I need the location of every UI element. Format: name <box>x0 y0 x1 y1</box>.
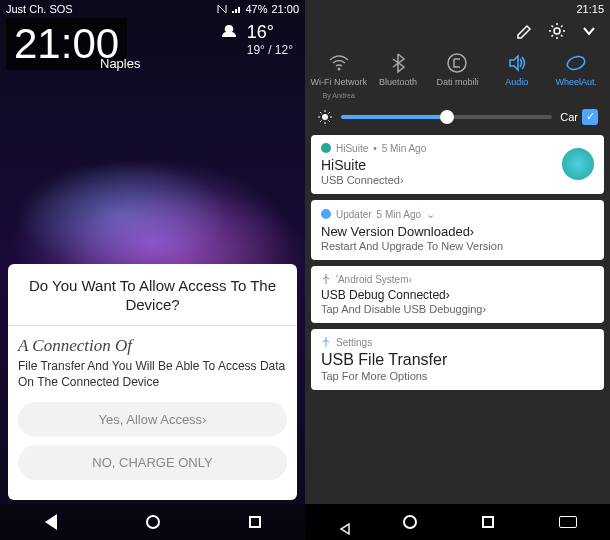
charge-only-button[interactable]: NO, CHARGE ONLY <box>18 445 287 480</box>
qs-wifi[interactable]: Wi-Fi Network By Andrea <box>310 52 368 99</box>
usb-icon <box>321 274 331 284</box>
notif-title: HiSuite <box>321 157 594 173</box>
svg-point-0 <box>554 28 560 34</box>
dialog-subtitle: A Connection Of <box>18 336 287 356</box>
nav-recent-button[interactable] <box>249 516 261 528</box>
dialog-title: Do You Want To Allow Access To The Devic… <box>18 276 287 315</box>
brightness-icon <box>317 109 333 125</box>
qs-data-label: Dati mobili <box>436 78 478 88</box>
brightness-thumb[interactable] <box>440 110 454 124</box>
data-icon <box>446 52 468 74</box>
weather-widget[interactable]: 16° 19° / 12° <box>217 22 293 57</box>
app-icon <box>321 143 331 153</box>
notif-title: New Version Downloaded› <box>321 224 594 239</box>
svg-point-3 <box>566 54 587 71</box>
audio-icon <box>506 52 528 74</box>
notif-time: 5 Min Ago <box>377 209 421 220</box>
qs-rotate[interactable]: WheelAut. <box>547 52 605 99</box>
status-bar-left: Just Ch. SOS 47% 21:00 <box>0 0 305 18</box>
bluetooth-icon <box>387 52 409 74</box>
divider <box>8 325 297 326</box>
qs-wifi-label: Wi-Fi Network <box>310 78 367 88</box>
qs-bluetooth-label: Bluetooth <box>379 78 417 88</box>
qs-bluetooth[interactable]: Bluetooth <box>369 52 427 99</box>
nfc-icon <box>217 4 227 14</box>
qs-audio[interactable]: Audio <box>488 52 546 99</box>
notification-hisuite[interactable]: HiSuite • 5 Min Ago HiSuite USB Connecte… <box>311 135 604 194</box>
nav-bar-left <box>0 504 305 540</box>
globe-icon <box>562 148 594 180</box>
svg-point-4 <box>322 114 328 120</box>
status-time: 21:00 <box>271 3 299 15</box>
temp-range: 19° / 12° <box>247 43 293 57</box>
svg-point-1 <box>337 68 340 71</box>
status-bar-right: 21:15 <box>305 0 610 18</box>
nav-back-button[interactable] <box>45 514 57 530</box>
wifi-icon <box>328 52 350 74</box>
right-phone-shade: 21:15 Wi-Fi Network By Andrea Bluetooth <box>305 0 610 540</box>
notif-time: 5 Min Ago <box>382 143 426 154</box>
qs-data[interactable]: Dati mobili <box>428 52 486 99</box>
status-time-right: 21:15 <box>576 3 604 15</box>
notif-title: USB Debug Connected› <box>321 288 594 302</box>
location-text: Naples <box>100 56 140 71</box>
notification-area: HiSuite • 5 Min Ago HiSuite USB Connecte… <box>305 131 610 394</box>
brightness-slider[interactable] <box>341 115 552 119</box>
left-phone-lockscreen: Just Ch. SOS 47% 21:00 21:00 Naples 16° … <box>0 0 305 540</box>
signal-icon <box>231 4 241 14</box>
rotate-icon <box>565 52 587 74</box>
notif-app: Updater <box>336 209 372 220</box>
notif-body: USB Connected› <box>321 174 594 186</box>
carrier-text: Just Ch. SOS <box>6 3 217 15</box>
shade-top-icons <box>305 18 610 44</box>
brightness-row: Car ✓ <box>305 103 610 131</box>
allow-access-button[interactable]: Yes, Allow Access› <box>18 402 287 437</box>
keyboard-icon[interactable] <box>559 516 577 528</box>
gear-icon[interactable] <box>548 22 566 40</box>
qs-rotate-label: WheelAut. <box>555 78 597 88</box>
notification-android-system[interactable]: 'Android System› USB Debug Connected› Ta… <box>311 266 604 323</box>
dialog-body: File Transfer And You Will Be Able To Ac… <box>18 358 287 390</box>
battery-pct: 47% <box>245 3 267 15</box>
svg-point-2 <box>448 54 466 72</box>
nav-recent-button[interactable] <box>482 516 494 528</box>
notif-app: HiSuite <box>336 143 368 154</box>
notif-title: USB File Transfer <box>321 351 594 369</box>
notif-app: 'Android System› <box>336 274 412 285</box>
qs-audio-label: Audio <box>505 78 528 88</box>
notification-updater[interactable]: Updater 5 Min Ago ⌄ New Version Download… <box>311 200 604 260</box>
nav-home-button[interactable] <box>403 515 417 529</box>
notif-body: Tap And Disable USB Debugging› <box>321 303 594 315</box>
edit-icon[interactable] <box>516 22 534 40</box>
usb-icon <box>321 337 331 347</box>
nav-bar-right <box>305 504 610 540</box>
car-checkbox[interactable]: ✓ <box>582 109 598 125</box>
chevron-down-icon[interactable] <box>580 22 598 40</box>
notif-app: Settings <box>336 337 372 348</box>
expand-chevron-icon[interactable]: ⌄ <box>426 208 435 221</box>
notif-body: Tap For More Options <box>321 370 594 382</box>
app-icon <box>321 209 331 219</box>
notif-body: Restart And Upgrade To New Version <box>321 240 594 252</box>
usb-access-dialog: Do You Want To Allow Access To The Devic… <box>8 264 297 500</box>
nav-home-button[interactable] <box>146 515 160 529</box>
car-toggle[interactable]: Car ✓ <box>560 109 598 125</box>
car-label: Car <box>560 111 578 123</box>
temp-main: 16° <box>247 22 293 43</box>
quick-settings-row: Wi-Fi Network By Andrea Bluetooth Dati m… <box>305 44 610 103</box>
notification-settings[interactable]: Settings USB File Transfer Tap For More … <box>311 329 604 390</box>
brightness-fill <box>341 115 447 119</box>
weather-icon <box>217 22 241 46</box>
qs-wifi-sub: By Andrea <box>323 92 355 99</box>
